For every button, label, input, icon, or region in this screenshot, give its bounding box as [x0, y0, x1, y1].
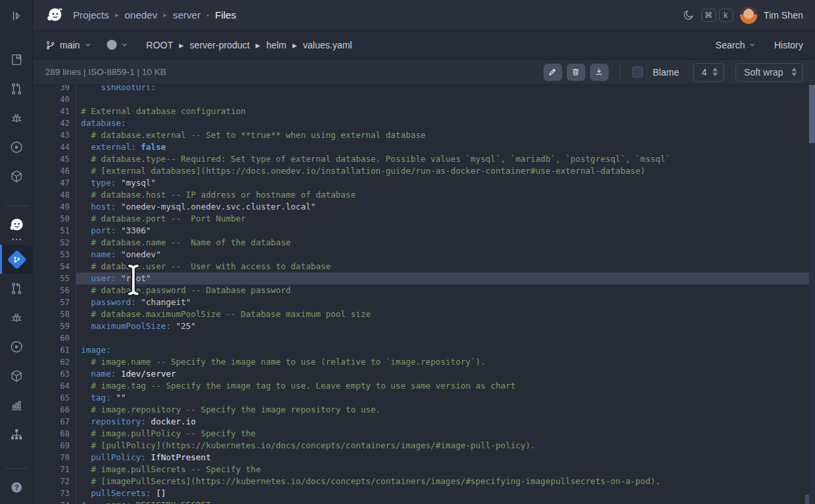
code-line-58[interactable]: 58 # database.maximumPoolSize -- Databas… — [33, 308, 815, 320]
line-number[interactable]: 72 — [33, 475, 76, 487]
code-line-59[interactable]: 59 maximumPoolSize: "25" — [33, 320, 815, 332]
code-line-45[interactable]: 45 # database.type-- Required: Set type … — [33, 153, 815, 165]
delete-file-button[interactable] — [567, 64, 585, 81]
code-line-66[interactable]: 66 # image.repository -- Specify the ima… — [33, 404, 815, 416]
line-number[interactable]: 59 — [33, 320, 76, 332]
breadcrumb-server[interactable]: server — [173, 9, 200, 21]
expand-sidebar-icon[interactable] — [0, 1, 33, 31]
code-line-70[interactable]: 70 pullPolicy: IfNotPresent — [33, 452, 815, 464]
user-name[interactable]: Tim Shen — [764, 10, 803, 21]
line-number[interactable]: 43 — [33, 129, 76, 141]
code-line-51[interactable]: 51 port: "3306" — [33, 225, 815, 237]
code-line-53[interactable]: 53 name: "onedev" — [33, 249, 815, 261]
line-number[interactable]: 66 — [33, 404, 76, 416]
sidebar-project-item-hierarchy-icon[interactable] — [0, 420, 33, 449]
sidebar-project-item-pull-request-icon[interactable] — [0, 274, 33, 303]
line-number[interactable]: 60 — [33, 332, 76, 344]
line-number[interactable]: 69 — [33, 440, 76, 452]
soft-wrap-select[interactable]: Soft wrap — [735, 63, 803, 82]
code-line-62[interactable]: 62 # image.name -- Specify the image nam… — [33, 356, 815, 368]
code-line-73[interactable]: 73 pullSecrets: [] — [33, 487, 815, 499]
line-number[interactable]: 57 — [33, 296, 76, 308]
line-number[interactable]: 48 — [33, 189, 76, 201]
code-line-55[interactable]: 55 user: "root" — [33, 273, 815, 284]
line-number[interactable]: 52 — [33, 237, 76, 249]
code-line-71[interactable]: 71 # image.pullSecrets -- Specify the — [33, 464, 815, 475]
line-number[interactable]: 44 — [33, 141, 76, 153]
code-line-43[interactable]: 43 # database.external -- Set to **true*… — [33, 129, 815, 141]
line-number[interactable]: 65 — [33, 392, 76, 404]
line-number[interactable]: 50 — [33, 213, 76, 225]
code-line-50[interactable]: 50 # database.port -- Port Number — [33, 213, 815, 225]
sidebar-item-package-icon[interactable] — [0, 162, 33, 191]
code-line-54[interactable]: 54 # database.user -- User with access t… — [33, 261, 815, 273]
blame-checkbox[interactable] — [632, 66, 643, 78]
sidebar-project-item-play-icon[interactable] — [0, 332, 33, 361]
line-number[interactable]: 63 — [33, 368, 76, 380]
scrollbar-thumb[interactable] — [809, 85, 815, 143]
line-number[interactable]: 39 — [33, 85, 76, 94]
code-line-57[interactable]: 57 password: "changeit" — [33, 296, 815, 308]
code-line-68[interactable]: 68 # image.pullPolicy -- Specify the — [33, 428, 815, 440]
line-number[interactable]: 45 — [33, 153, 76, 165]
code-line-60[interactable]: 60 — [33, 332, 815, 344]
path-root[interactable]: ROOT — [146, 40, 173, 50]
code-line-69[interactable]: 69 # [pullPolicy](https://kubernetes.io/… — [33, 440, 815, 452]
sidebar-item-help-icon[interactable]: ? — [0, 473, 33, 502]
line-number[interactable]: 61 — [33, 344, 76, 356]
onedev-logo-icon[interactable] — [45, 6, 64, 25]
sidebar-project-item-bug-icon[interactable] — [0, 303, 33, 332]
code-line-56[interactable]: 56 # database.password -- Database passw… — [33, 284, 815, 296]
code-line-72[interactable]: 72 # [imagePullSecrets](https://kubernet… — [33, 475, 815, 487]
history-link[interactable]: History — [774, 40, 803, 50]
line-number[interactable]: 70 — [33, 452, 76, 464]
line-number[interactable]: 51 — [33, 225, 76, 237]
user-avatar[interactable] — [740, 7, 757, 24]
code-line-74[interactable]: 74# - name: REGISTRY-SECRET — [33, 499, 815, 504]
line-number[interactable]: 74 — [33, 499, 76, 504]
code-viewer[interactable]: 39 sshRootUrl:4041# External database co… — [33, 85, 815, 504]
sidebar-item-pull-request-icon[interactable] — [0, 74, 33, 103]
path-helm[interactable]: helm — [266, 40, 286, 50]
branch-selector[interactable]: main — [45, 40, 92, 50]
code-line-52[interactable]: 52 # database.name -- Name of the databa… — [33, 237, 815, 249]
code-line-61[interactable]: 61image: — [33, 344, 815, 356]
sidebar-project-item-package-icon[interactable] — [0, 361, 33, 391]
code-line-67[interactable]: 67 repository: docker.io — [33, 416, 815, 428]
tab-size-stepper[interactable]: 4 — [693, 63, 724, 82]
line-number[interactable]: 64 — [33, 380, 76, 392]
line-number[interactable]: 56 — [33, 284, 76, 296]
line-number[interactable]: 53 — [33, 249, 76, 261]
code-line-46[interactable]: 46 # [external databases](https://docs.o… — [33, 165, 815, 177]
code-line-44[interactable]: 44 external: false — [33, 141, 815, 153]
line-number[interactable]: 68 — [33, 428, 76, 440]
download-file-button[interactable] — [590, 64, 609, 81]
breadcrumb-onedev[interactable]: onedev — [125, 9, 157, 21]
line-number[interactable]: 58 — [33, 308, 76, 320]
line-number[interactable]: 62 — [33, 356, 76, 368]
line-number[interactable]: 67 — [33, 416, 76, 428]
line-number[interactable]: 73 — [33, 487, 76, 499]
commit-status-indicator[interactable] — [107, 40, 129, 50]
code-line-39[interactable]: 39 sshRootUrl: — [33, 85, 815, 94]
code-line-65[interactable]: 65 tag: "" — [33, 392, 815, 404]
path-server-product[interactable]: server-product — [190, 40, 250, 50]
code-line-40[interactable]: 40 — [33, 94, 815, 105]
vertical-scrollbar[interactable] — [809, 85, 815, 504]
line-number[interactable]: 40 — [33, 94, 76, 105]
edit-file-button[interactable] — [544, 64, 562, 81]
sidebar-project-item-chart-icon[interactable] — [0, 391, 33, 420]
code-line-48[interactable]: 48 # database.host -- IP address or host… — [33, 189, 815, 201]
line-number[interactable]: 41 — [33, 105, 76, 117]
line-number[interactable]: 54 — [33, 261, 76, 273]
line-number[interactable]: 46 — [33, 165, 76, 177]
line-number[interactable]: 47 — [33, 177, 76, 189]
line-number[interactable]: 49 — [33, 201, 76, 213]
dark-mode-moon-icon[interactable] — [682, 9, 695, 21]
sidebar-item-files-icon[interactable] — [0, 45, 33, 74]
code-line-63[interactable]: 63 name: 1dev/server — [33, 368, 815, 380]
code-line-49[interactable]: 49 host: "onedev-mysql.onedev.svc.cluste… — [33, 201, 815, 213]
code-line-47[interactable]: 47 type: "mysql" — [33, 177, 815, 189]
code-line-41[interactable]: 41# External database configuration — [33, 105, 815, 117]
sidebar-item-bug-icon[interactable] — [0, 103, 33, 133]
